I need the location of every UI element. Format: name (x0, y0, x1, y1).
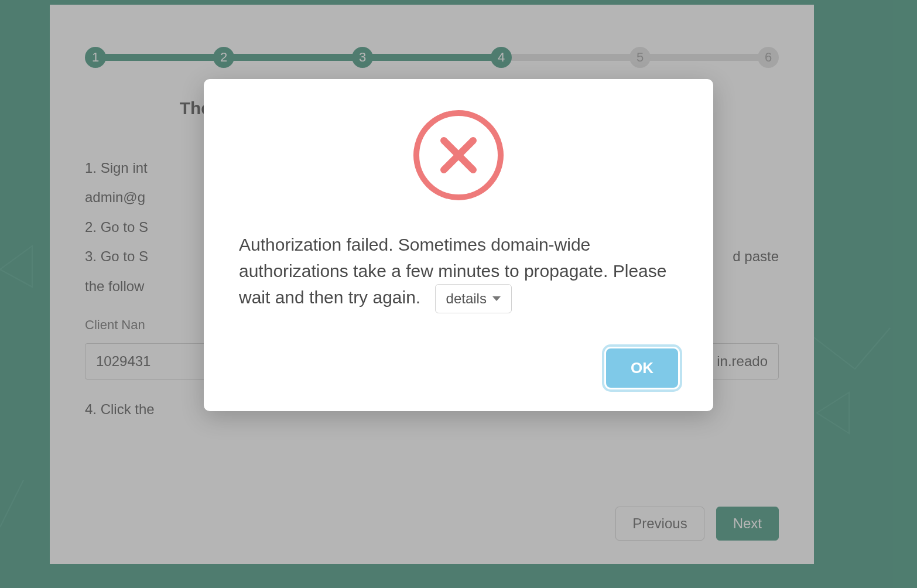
ok-button[interactable]: OK (606, 348, 678, 388)
error-modal: Authorization failed. Sometimes domain-w… (204, 79, 713, 411)
chevron-down-icon (492, 296, 501, 301)
modal-message-block: Authorization failed. Sometimes domain-w… (239, 231, 678, 313)
details-button[interactable]: details (435, 284, 512, 313)
modal-actions: OK (239, 348, 678, 388)
details-label: details (446, 290, 487, 307)
error-icon (239, 108, 678, 202)
